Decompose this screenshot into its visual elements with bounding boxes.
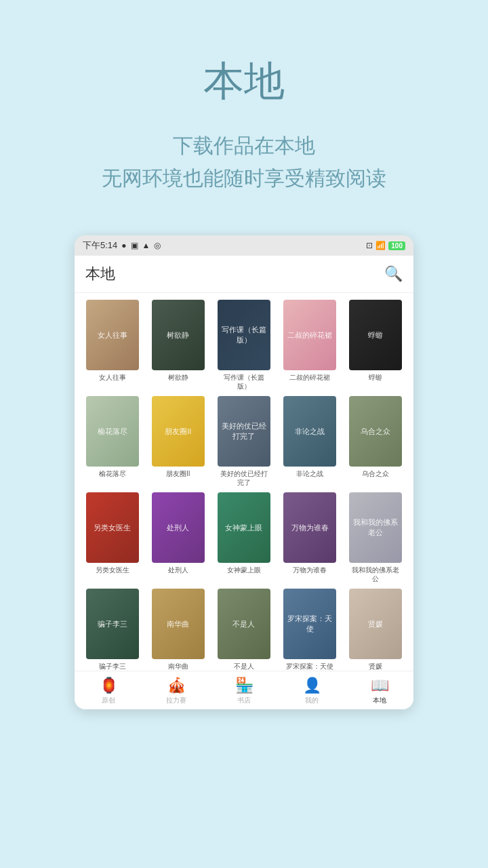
book-cover: 朋友圈II (152, 396, 205, 467)
book-title: 美好的仗已经打完了 (218, 469, 270, 487)
nav-icon: 🏪 (235, 677, 253, 694)
book-item[interactable]: 美好的仗已经打完了美好的仗已经打完了 (213, 396, 274, 487)
book-item[interactable]: 另类女医生另类女医生 (81, 492, 143, 583)
nav-item-我的[interactable]: 👤我的 (278, 677, 346, 705)
book-item[interactable]: 二叔的碎花裙二叔的碎花裙 (279, 300, 341, 391)
book-title: 非论之战 (296, 469, 323, 478)
book-item[interactable]: 南华曲南华曲 (147, 589, 209, 671)
book-cover-text: 女神蒙上眼 (218, 492, 270, 563)
book-cover: 二叔的碎花裙 (283, 300, 336, 370)
book-cover: 另类女医生 (86, 492, 139, 563)
book-cover-text: 朋友圈II (152, 396, 205, 467)
nav-icon: 📖 (371, 677, 389, 694)
book-title: 蜉蝣 (369, 373, 382, 382)
nav-icon: 👤 (303, 677, 321, 694)
promo-subtitle: 下载作品在本地 无网环境也能随时享受精致阅读 (27, 130, 461, 195)
book-item[interactable]: 不是人不是人 (213, 589, 274, 671)
book-cover: 处刑人 (152, 492, 205, 563)
book-cover: 不是人 (218, 589, 270, 659)
book-title: 榆花落尽 (99, 469, 126, 478)
nav-item-拉力赛[interactable]: 🎪拉力赛 (142, 677, 210, 705)
book-cover: 非论之战 (283, 396, 336, 467)
book-cover: 美好的仗已经打完了 (218, 396, 270, 467)
screen-icon: ⊡ (366, 241, 373, 250)
message-icon: ▣ (131, 241, 138, 250)
wifi-icon: 📶 (375, 241, 386, 250)
book-cover-text: 我和我的佛系老公 (349, 492, 402, 563)
book-item[interactable]: 万物为谁春万物为谁春 (279, 492, 341, 583)
book-item[interactable]: 蜉蝣蜉蝣 (345, 300, 407, 391)
nav-item-本地[interactable]: 📖本地 (346, 677, 413, 705)
book-title: 南华曲 (168, 662, 188, 671)
book-cover-text: 美好的仗已经打完了 (218, 396, 270, 467)
book-cover-text: 蜉蝣 (349, 300, 402, 370)
book-title: 罗宋探案：天使 (286, 662, 333, 671)
nav-label: 本地 (373, 696, 386, 705)
book-cover-text: 榆花落尽 (86, 396, 139, 467)
status-bar: 下午5:14 ● ▣ ▲ ◎ ⊡ 📶 100 (75, 235, 413, 256)
book-item[interactable]: 写作课（长篇版）写作课（长篇版） (213, 300, 274, 391)
book-title: 朋友圈II (166, 469, 190, 478)
book-title: 处刑人 (168, 566, 188, 574)
book-item[interactable]: 处刑人处刑人 (147, 492, 209, 583)
book-cover-text: 写作课（长篇版） (218, 300, 270, 370)
book-cover-text: 树欲静 (152, 300, 205, 370)
status-time: 下午5:14 (83, 239, 117, 252)
book-title: 另类女医生 (96, 566, 129, 574)
book-cover: 南华曲 (152, 589, 205, 659)
book-cover: 写作课（长篇版） (218, 300, 270, 370)
app-header: 本地 🔍 (75, 256, 413, 293)
book-title: 二叔的碎花裙 (289, 373, 330, 382)
book-cover-text: 罗宋探案：天使 (283, 589, 336, 659)
book-item[interactable]: 我和我的佛系老公我和我的佛系老公 (345, 492, 407, 583)
warning-icon: ▲ (142, 241, 150, 250)
book-grid: 女人往事女人往事树欲静树欲静写作课（长篇版）写作课（长篇版）二叔的碎花裙二叔的碎… (81, 300, 407, 671)
book-title: 不是人 (234, 662, 254, 671)
book-item[interactable]: 罗宋探案：天使罗宋探案：天使 (279, 589, 341, 671)
book-cover-text: 非论之战 (283, 396, 336, 467)
nav-item-书店[interactable]: 🏪书店 (210, 677, 278, 705)
book-item[interactable]: 非论之战非论之战 (279, 396, 341, 487)
book-item[interactable]: 树欲静树欲静 (147, 300, 209, 391)
nav-item-原创[interactable]: 🏮原创 (75, 677, 142, 705)
book-cover: 女人往事 (86, 300, 139, 370)
nav-label: 原创 (102, 696, 115, 705)
book-item[interactable]: 骗子李三骗子李三 (81, 589, 143, 671)
search-button[interactable]: 🔍 (384, 265, 403, 283)
book-title: 女人往事 (99, 373, 126, 382)
book-cover-text: 贤媛 (349, 589, 402, 659)
promo-section: 本地 下载作品在本地 无网环境也能随时享受精致阅读 (0, 0, 488, 222)
book-cover: 贤媛 (349, 589, 402, 659)
book-item[interactable]: 乌合之众乌合之众 (345, 396, 407, 487)
book-title: 乌合之众 (362, 469, 389, 478)
phone-mockup: 下午5:14 ● ▣ ▲ ◎ ⊡ 📶 100 本地 🔍 女人往事女人往事树欲静树… (75, 235, 413, 709)
book-title: 贤媛 (369, 662, 382, 671)
book-title: 万物为谁春 (293, 566, 327, 574)
book-cover: 万物为谁春 (283, 492, 336, 563)
notification-icon: ● (121, 241, 126, 250)
book-title: 骗子李三 (99, 662, 126, 671)
book-item[interactable]: 女人往事女人往事 (81, 300, 143, 391)
book-cover-text: 女人往事 (86, 300, 139, 370)
book-cover: 蜉蝣 (349, 300, 402, 370)
book-title: 写作课（长篇版） (218, 373, 270, 391)
book-item[interactable]: 贤媛贤媛 (345, 589, 407, 671)
book-cover-text: 另类女医生 (86, 492, 139, 563)
book-item[interactable]: 女神蒙上眼女神蒙上眼 (213, 492, 274, 583)
book-cover: 骗子李三 (86, 589, 139, 659)
book-title: 树欲静 (168, 373, 188, 382)
book-cover-text: 乌合之众 (349, 396, 402, 467)
book-cover-text: 骗子李三 (86, 589, 139, 659)
book-item[interactable]: 榆花落尽榆花落尽 (81, 396, 143, 487)
nav-label: 拉力赛 (166, 696, 186, 705)
bottom-nav: 🏮原创🎪拉力赛🏪书店👤我的📖本地 (75, 671, 413, 709)
book-item[interactable]: 朋友圈II朋友圈II (147, 396, 209, 487)
book-title: 我和我的佛系老公 (349, 566, 402, 583)
book-cover-text: 万物为谁春 (283, 492, 336, 563)
book-cover-text: 处刑人 (152, 492, 205, 563)
book-title: 女神蒙上眼 (227, 566, 261, 574)
book-cover: 树欲静 (152, 300, 205, 370)
nav-icon: 🎪 (167, 677, 186, 694)
book-grid-container: 女人往事女人往事树欲静树欲静写作课（长篇版）写作课（长篇版）二叔的碎花裙二叔的碎… (75, 293, 413, 671)
book-cover: 罗宋探案：天使 (283, 589, 336, 659)
